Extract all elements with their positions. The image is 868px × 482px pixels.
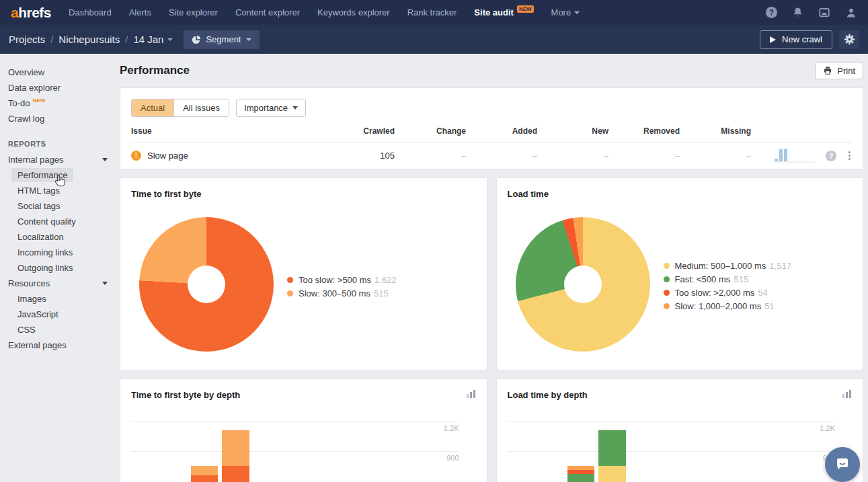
breadcrumb-project-name[interactable]: Nichepursuits [58, 34, 120, 45]
cell-new: – [537, 151, 608, 161]
gridline [130, 451, 458, 452]
segment-dropdown[interactable]: Segment [184, 30, 259, 49]
pie-chart-icon [192, 35, 201, 44]
notifications-button[interactable] [792, 7, 803, 18]
sidebar-item-social-tags[interactable]: Social tags [8, 198, 120, 214]
bell-icon [792, 7, 803, 18]
legend-dot-icon [287, 290, 293, 296]
chart-type-icon[interactable] [467, 390, 476, 398]
column-issue[interactable]: Issue [131, 126, 323, 136]
sidebar-item-html-tags[interactable]: HTML tags [8, 183, 120, 198]
sidebar-item-outgoing-links[interactable]: Outgoing links [8, 260, 120, 276]
sidebar-item-external-pages[interactable]: External pages [8, 337, 120, 353]
new-crawl-button[interactable]: New crawl [760, 30, 832, 49]
settings-button[interactable] [839, 30, 859, 49]
sidebar-item-performance[interactable]: Performance [8, 167, 120, 183]
legend-item[interactable]: Fast: <500 ms515 [664, 272, 791, 286]
sidebar-item-localization[interactable]: Localization [8, 229, 120, 245]
column-change[interactable]: Change [395, 126, 466, 136]
messages-button[interactable] [818, 7, 830, 19]
legend-item[interactable]: Slow: 1,000–2,000 ms51 [664, 299, 791, 313]
legend-item[interactable]: Too slow: >2,000 ms54 [664, 286, 791, 299]
ttfb-donut-chart [139, 217, 274, 352]
print-button[interactable]: Print [815, 62, 863, 79]
tab-actual[interactable]: Actual [132, 99, 173, 116]
nav-site-audit[interactable]: Site auditNEW [474, 7, 533, 17]
column-missing[interactable]: Missing [680, 126, 751, 136]
bar-segment [222, 466, 249, 482]
overflow-menu-icon[interactable] [847, 150, 852, 161]
chevron-down-icon [167, 38, 173, 41]
nav-alerts[interactable]: Alerts [129, 7, 151, 17]
issue-trend-sparkline[interactable] [775, 149, 815, 163]
issue-view-toggle: Actual All issues [131, 99, 229, 117]
logo-a: a [11, 5, 18, 20]
sidebar-item-todo[interactable]: To-doNEW [8, 95, 120, 111]
nav-content-explorer[interactable]: Content explorer [235, 7, 300, 17]
legend-dot-icon [287, 277, 293, 283]
main-content: Performance Print Actual All issues Impo… [120, 54, 868, 482]
chevron-down-icon [292, 106, 298, 110]
gridline [130, 421, 458, 422]
toolbar-actions: New crawl [760, 30, 859, 49]
column-removed[interactable]: Removed [608, 126, 680, 136]
legend-label: Too slow: >500 ms [299, 275, 371, 285]
chevron-down-icon [102, 158, 108, 161]
importance-dropdown[interactable]: Importance [236, 99, 306, 117]
column-added[interactable]: Added [466, 126, 537, 136]
bar-segment [598, 466, 626, 482]
legend-count: 515 [374, 288, 389, 298]
load-time-donut-chart [516, 217, 650, 352]
nav-dashboard[interactable]: Dashboard [69, 7, 112, 17]
legend-item[interactable]: Slow: 300–500 ms515 [287, 286, 397, 300]
chat-smile-icon [834, 456, 851, 473]
sidebar-heading-reports: REPORTS [8, 136, 120, 152]
cell-crawled: 105 [323, 151, 395, 161]
ahrefs-logo[interactable]: ahrefs [11, 5, 51, 21]
gridline [507, 421, 834, 422]
bar-segment [598, 430, 626, 466]
chart-type-icon[interactable] [842, 390, 852, 398]
question-icon[interactable]: ? [826, 151, 836, 161]
tab-all-issues[interactable]: All issues [173, 99, 229, 116]
issue-link[interactable]: Slow page [147, 151, 188, 161]
chart-title: Time to first byte [120, 178, 487, 210]
sidebar-item-content-quality[interactable]: Content quality [8, 214, 120, 229]
account-button[interactable] [845, 7, 857, 19]
legend-label: Medium: 500–1,000 ms [675, 261, 766, 271]
sidebar-item-data-explorer[interactable]: Data explorer [8, 80, 120, 95]
table-row-slow-page: ! Slow page 105 – – – – – ? [131, 143, 852, 169]
sidebar-item-internal-pages[interactable]: Internal pages [8, 152, 120, 167]
nav-keywords-explorer[interactable]: Keywords explorer [317, 7, 390, 17]
sidebar-item-overview[interactable]: Overview [8, 65, 120, 80]
sidebar-item-resources[interactable]: Resources [8, 276, 120, 291]
sidebar-item-images[interactable]: Images [8, 291, 120, 307]
help-button[interactable]: ? [766, 7, 777, 18]
gridline [507, 451, 834, 452]
legend-dot-icon [664, 276, 670, 282]
bar-segment [567, 474, 594, 482]
load-time-by-depth-chart: 1.2K900 [507, 379, 834, 482]
crawl-date-dropdown[interactable]: 14 Jan [133, 34, 163, 45]
nav-more[interactable]: More [551, 7, 580, 17]
new-badge: NEW [33, 97, 46, 104]
legend-item[interactable]: Medium: 500–1,000 ms1,517 [664, 259, 791, 272]
chat-launcher-button[interactable] [825, 447, 860, 482]
nav-site-explorer[interactable]: Site explorer [169, 7, 218, 17]
issue-filters: Actual All issues Importance [131, 99, 852, 117]
sidebar-item-incoming-links[interactable]: Incoming links [8, 245, 120, 260]
column-new[interactable]: New [537, 126, 608, 136]
sidebar-item-css[interactable]: CSS [8, 322, 120, 337]
y-axis-label: 1.2K [820, 424, 835, 432]
printer-icon [823, 66, 832, 75]
issues-card: Actual All issues Importance Issue Crawl… [120, 87, 863, 169]
play-icon [770, 36, 776, 43]
legend-item[interactable]: Too slow: >500 ms1,622 [287, 273, 397, 286]
donut-hole [188, 266, 225, 303]
column-crawled[interactable]: Crawled [323, 126, 395, 136]
sidebar-item-javascript[interactable]: JavaScript [8, 307, 120, 322]
breadcrumb-projects[interactable]: Projects [9, 34, 45, 45]
nav-rank-tracker[interactable]: Rank tracker [407, 7, 457, 17]
load-time-donut-card: Load time Medium: 500–1,000 ms1,517Fast:… [496, 177, 864, 370]
sidebar-item-crawl-log[interactable]: Crawl log [8, 111, 120, 126]
